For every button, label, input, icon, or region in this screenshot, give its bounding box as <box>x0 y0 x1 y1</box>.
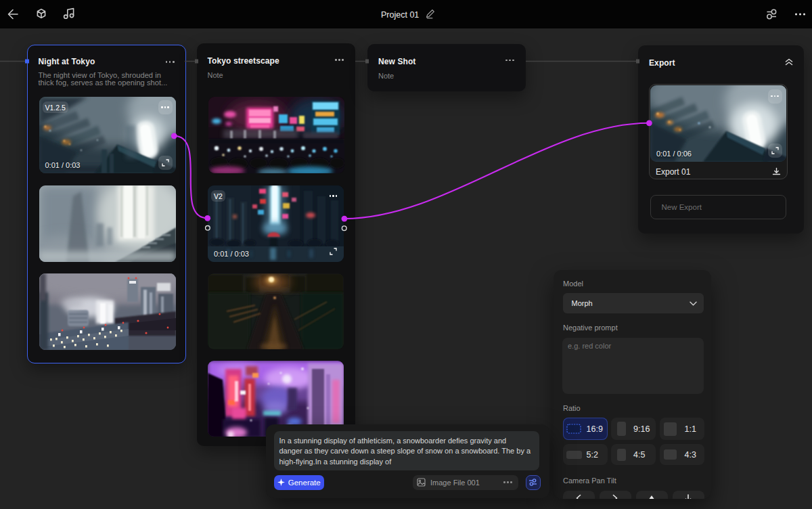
svg-text:Project 01: Project 01 <box>381 10 419 20</box>
